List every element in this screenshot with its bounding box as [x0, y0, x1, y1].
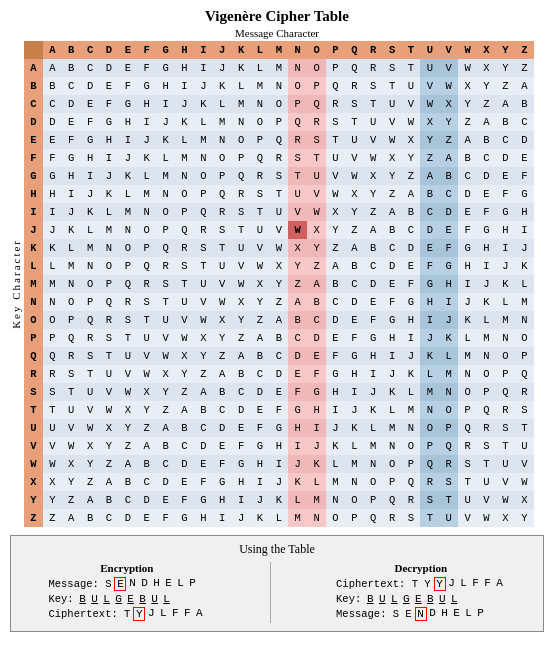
cell-a-b: B	[62, 59, 81, 77]
cell-t-a: T	[43, 401, 62, 419]
cell-d-i: L	[194, 113, 213, 131]
dec-msg-l: L	[463, 607, 475, 621]
cell-e-y: C	[496, 131, 515, 149]
cell-p-j: Y	[213, 329, 232, 347]
cell-u-h: B	[175, 419, 194, 437]
cell-j-e: N	[118, 221, 137, 239]
dec-key-value: BULGEBUL	[364, 593, 460, 605]
cell-b-a: B	[43, 77, 62, 95]
cell-j-s: B	[383, 221, 402, 239]
enc-key-b: B	[77, 593, 89, 605]
col-header-n: N	[288, 41, 307, 59]
cell-f-d: I	[100, 149, 119, 167]
cell-w-t: P	[402, 455, 421, 473]
cell-o-q: E	[345, 311, 364, 329]
row-header-t: T	[24, 401, 43, 419]
cell-q-h: X	[175, 347, 194, 365]
row-header-f: F	[24, 149, 43, 167]
cell-f-o: T	[307, 149, 326, 167]
cell-h-u: B	[420, 185, 439, 203]
cell-y-a: Y	[43, 491, 62, 509]
dec-key-g: G	[400, 593, 412, 605]
cell-j-h: Q	[175, 221, 194, 239]
cell-h-l: S	[251, 185, 270, 203]
cell-t-n: G	[288, 401, 307, 419]
cell-m-z: L	[515, 275, 534, 293]
row-header-k: K	[24, 239, 43, 257]
cell-d-u: X	[420, 113, 439, 131]
cell-i-q: Y	[345, 203, 364, 221]
cell-g-l: R	[251, 167, 270, 185]
cell-g-d: J	[100, 167, 119, 185]
cell-p-m: B	[269, 329, 288, 347]
cell-n-g: T	[156, 293, 175, 311]
cell-j-z: I	[515, 221, 534, 239]
cell-k-k: U	[232, 239, 251, 257]
cell-o-p: D	[326, 311, 345, 329]
cell-d-x: A	[477, 113, 496, 131]
table-row: NNOPQRSTUVWXYZABCDEFGHIJKLM	[24, 293, 534, 311]
cell-q-i: Y	[194, 347, 213, 365]
cell-r-x: O	[477, 365, 496, 383]
cell-k-o: Y	[307, 239, 326, 257]
col-header-w: W	[458, 41, 477, 59]
cell-s-t: L	[402, 383, 421, 401]
cell-r-s: J	[383, 365, 402, 383]
cell-u-e: Y	[118, 419, 137, 437]
cell-s-l: D	[251, 383, 270, 401]
cell-p-u: J	[420, 329, 439, 347]
table-row: FFGHIJKLMNOPQRSTUVWXYZABCDE	[24, 149, 534, 167]
cell-n-q: D	[345, 293, 364, 311]
cell-g-z: F	[515, 167, 534, 185]
cell-m-b: N	[62, 275, 81, 293]
cell-c-y: A	[496, 95, 515, 113]
cell-n-o: B	[307, 293, 326, 311]
cell-o-f: T	[137, 311, 156, 329]
cell-f-i: N	[194, 149, 213, 167]
cell-g-j: P	[213, 167, 232, 185]
cell-x-w: T	[458, 473, 477, 491]
cell-w-k: G	[232, 455, 251, 473]
cell-o-d: R	[100, 311, 119, 329]
cell-w-d: Z	[100, 455, 119, 473]
cell-q-b: R	[62, 347, 81, 365]
cell-y-o: M	[307, 491, 326, 509]
cell-u-z: T	[515, 419, 534, 437]
cell-a-p: P	[326, 59, 345, 77]
cell-a-n: N	[288, 59, 307, 77]
col-header-f: F	[137, 41, 156, 59]
cell-h-z: G	[515, 185, 534, 203]
cell-w-x: T	[477, 455, 496, 473]
cell-y-j: H	[213, 491, 232, 509]
cell-h-c: J	[81, 185, 100, 203]
col-header-q: Q	[345, 41, 364, 59]
cell-o-u: I	[420, 311, 439, 329]
cell-q-t: J	[402, 347, 421, 365]
cell-u-q: K	[345, 419, 364, 437]
row-header-u: U	[24, 419, 43, 437]
cell-n-t: G	[402, 293, 421, 311]
cell-n-y: L	[496, 293, 515, 311]
cell-z-c: B	[81, 509, 100, 527]
cell-p-o: D	[307, 329, 326, 347]
cell-x-h: E	[175, 473, 194, 491]
cell-g-t: Z	[402, 167, 421, 185]
cell-y-n: L	[288, 491, 307, 509]
cell-f-u: Z	[420, 149, 439, 167]
cell-j-x: G	[477, 221, 496, 239]
cell-k-s: C	[383, 239, 402, 257]
cell-l-j: U	[213, 257, 232, 275]
cell-o-a: O	[43, 311, 62, 329]
cell-l-w: H	[458, 257, 477, 275]
cell-v-b: W	[62, 437, 81, 455]
cell-t-b: U	[62, 401, 81, 419]
cell-r-z: Q	[515, 365, 534, 383]
cell-j-j: S	[213, 221, 232, 239]
cell-s-b: T	[62, 383, 81, 401]
cell-h-x: E	[477, 185, 496, 203]
cell-u-k: E	[232, 419, 251, 437]
row-header-c: C	[24, 95, 43, 113]
cell-z-p: O	[326, 509, 345, 527]
table-row: ZZABCDEFGHIJKLMNOPQRSTUVWXY	[24, 509, 534, 527]
cell-f-g: L	[156, 149, 175, 167]
